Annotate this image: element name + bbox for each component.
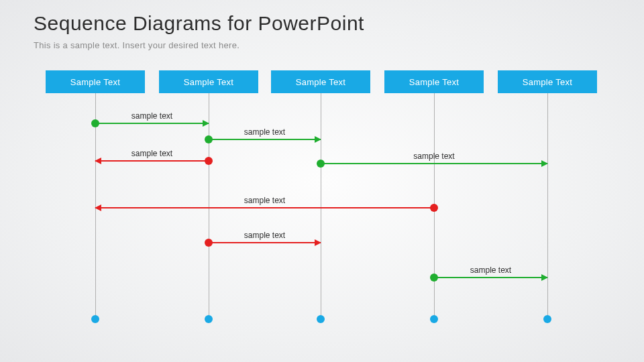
lifeline-end-dot [205, 315, 213, 323]
arrow-left-icon [95, 204, 101, 211]
lane-header: Sample Text [159, 70, 258, 93]
lane-header: Sample Text [271, 70, 370, 93]
arrow-line [434, 277, 547, 278]
arrow-left-icon [95, 158, 101, 164]
arrow-right-icon [203, 120, 209, 127]
message-label: sample text [95, 196, 434, 205]
arrow-line [95, 207, 434, 208]
arrow-line [321, 163, 547, 164]
arrow-right-icon [315, 136, 321, 143]
arrow-right-icon [541, 160, 548, 167]
message-label: sample text [209, 231, 321, 240]
page-title: Sequence Diagrams for PowerPoint [34, 12, 364, 35]
arrow-line [95, 123, 209, 124]
message-label: sample text [434, 265, 547, 275]
page-subtitle: This is a sample text. Insert your desir… [34, 40, 239, 50]
lifeline-end-dot [430, 315, 438, 323]
lifeline-end-dot [91, 315, 99, 323]
lane-header: Sample Text [46, 70, 145, 93]
arrow-line [209, 139, 321, 140]
lane-header: Sample Text [384, 70, 484, 93]
message-label: sample text [321, 152, 547, 161]
arrow-line [95, 160, 209, 162]
lifeline [547, 93, 548, 321]
arrow-right-icon [315, 239, 321, 246]
message-label: sample text [95, 149, 209, 158]
message-label: sample text [209, 127, 321, 137]
lane-header: Sample Text [498, 70, 597, 93]
lifeline-end-dot [543, 315, 551, 323]
arrow-right-icon [541, 274, 548, 281]
arrow-line [209, 242, 321, 243]
lifeline-end-dot [317, 315, 325, 323]
message-label: sample text [95, 111, 209, 121]
